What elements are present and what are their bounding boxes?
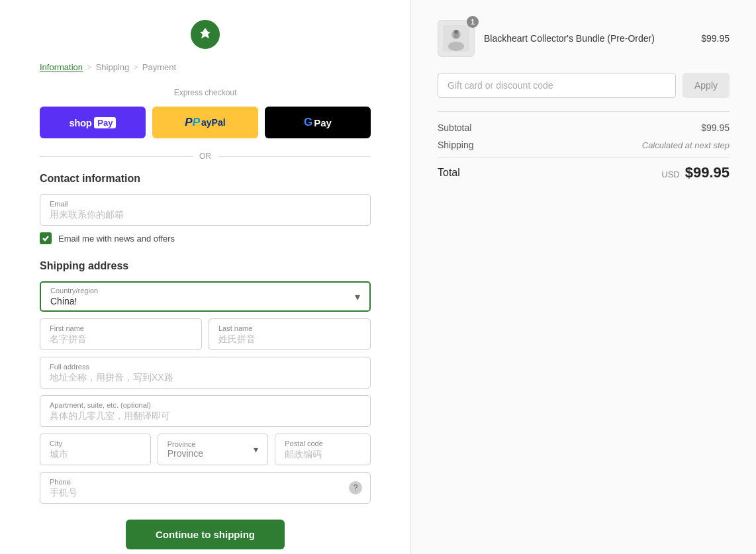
province-chevron-icon: ▾ [254, 444, 258, 455]
postal-label: Postal code [285, 439, 361, 447]
province-value: Province [167, 448, 203, 459]
city-label: City [50, 439, 141, 447]
country-value: China! [50, 296, 355, 306]
address-group: Full address [40, 357, 371, 389]
left-panel: Information > Shipping > Payment Express… [0, 0, 410, 554]
last-name-wrapper: Last name [209, 318, 371, 350]
country-select[interactable]: Country/region China! ▾ [40, 281, 371, 312]
first-name-label: First name [50, 324, 192, 332]
shop-pay-button[interactable]: shop Pay [40, 107, 146, 138]
subtotal-value: $99.95 [701, 122, 730, 133]
country-label: Country/region [50, 287, 355, 295]
phone-help-icon[interactable]: ? [349, 481, 362, 494]
continue-btn-row: Continue to shipping [40, 520, 371, 549]
gpay-button[interactable]: G Pay [265, 107, 371, 138]
newsletter-checkbox[interactable] [40, 232, 52, 244]
express-label: Express checkout [40, 88, 371, 97]
total-row: Total USD $99.95 [438, 157, 730, 181]
last-name-label: Last name [218, 324, 361, 332]
first-name-input[interactable] [50, 334, 192, 344]
newsletter-row: Email me with news and offers [40, 232, 371, 244]
apt-group: Apartment, suite, etc. (optional) [40, 395, 371, 427]
email-input[interactable] [50, 209, 361, 220]
subtotal-label: Subtotal [438, 122, 471, 133]
totals-section: Subtotal $99.95 Shipping Calculated at n… [438, 111, 730, 181]
province-label: Province [167, 440, 254, 448]
order-item: 1 Blackheart Collector's Bundle (Pre-Ord… [438, 20, 730, 57]
postal-input[interactable] [285, 449, 361, 459]
total-value: $99.95 [685, 164, 730, 181]
paypal-button[interactable]: P P ayPal [152, 107, 258, 138]
phone-wrapper: Phone ? [40, 472, 371, 504]
country-inner: Country/region China! [50, 287, 355, 306]
breadcrumb-shipping: Shipping [96, 62, 130, 72]
email-wrapper: Email [40, 194, 371, 226]
shipping-label: Shipping [438, 140, 474, 150]
breadcrumb-sep-1: > [87, 62, 92, 72]
brand-logo [191, 20, 220, 49]
city-wrapper: City [40, 434, 151, 465]
email-group: Email [40, 194, 371, 226]
express-checkout-buttons: shop Pay P P ayPal G Pay [40, 107, 371, 138]
first-name-wrapper: First name [40, 318, 202, 350]
phone-group: Phone ? [40, 472, 371, 504]
product-image-wrapper: 1 [438, 20, 475, 57]
breadcrumb: Information > Shipping > Payment [40, 62, 371, 72]
paypal-p: P [185, 116, 192, 129]
shop-icon: shop [70, 117, 92, 128]
shipping-title: Shipping address [40, 260, 371, 272]
product-price: $99.95 [701, 33, 730, 44]
cart-badge: 1 [467, 16, 479, 28]
shipping-value: Calculated at next step [642, 140, 730, 150]
address-wrapper: Full address [40, 357, 371, 389]
apt-label: Apartment, suite, etc. (optional) [50, 401, 361, 409]
contact-title: Contact information [40, 173, 371, 185]
chevron-down-icon: ▾ [355, 291, 360, 303]
breadcrumb-payment: Payment [142, 62, 176, 72]
city-input[interactable] [50, 449, 141, 459]
apply-discount-button[interactable]: Apply [683, 73, 730, 98]
discount-row: Apply [438, 73, 730, 98]
province-select[interactable]: Province Province ▾ [158, 434, 269, 465]
paypal-text: ayPal [201, 117, 226, 128]
svg-point-2 [448, 42, 464, 51]
last-name-input[interactable] [218, 334, 361, 344]
divider-or: OR [40, 152, 371, 161]
address-label: Full address [50, 363, 361, 371]
paypal-p2: P [193, 116, 200, 129]
shop-pay-text: Pay [94, 117, 116, 128]
logo-area [40, 20, 371, 49]
newsletter-label: Email me with news and offers [58, 234, 175, 244]
apt-input[interactable] [50, 410, 361, 421]
svg-point-4 [454, 30, 458, 34]
shipping-row: Shipping Calculated at next step [438, 140, 730, 150]
phone-input[interactable] [50, 487, 361, 498]
continue-to-shipping-button[interactable]: Continue to shipping [126, 520, 285, 549]
email-label: Email [50, 200, 361, 208]
postal-wrapper: Postal code [275, 434, 371, 465]
address-input[interactable] [50, 372, 361, 383]
total-currency: USD [661, 169, 679, 179]
total-amount-wrapper: USD $99.95 [661, 164, 730, 181]
product-name: Blackheart Collector's Bundle (Pre-Order… [484, 33, 692, 44]
g-letter: G [304, 116, 312, 129]
apt-wrapper: Apartment, suite, etc. (optional) [40, 395, 371, 427]
city-province-postal-row: City Province Province ▾ Postal code [40, 434, 371, 465]
phone-label: Phone [50, 478, 361, 486]
gpay-text: Pay [314, 117, 332, 128]
total-label: Total [438, 167, 460, 179]
breadcrumb-sep-2: > [133, 62, 138, 72]
subtotal-row: Subtotal $99.95 [438, 122, 730, 133]
name-row: First name Last name [40, 318, 371, 350]
breadcrumb-information[interactable]: Information [40, 62, 83, 72]
province-inner: Province Province [167, 440, 254, 459]
right-panel: 1 Blackheart Collector's Bundle (Pre-Ord… [410, 0, 756, 554]
discount-code-input[interactable] [438, 73, 676, 98]
